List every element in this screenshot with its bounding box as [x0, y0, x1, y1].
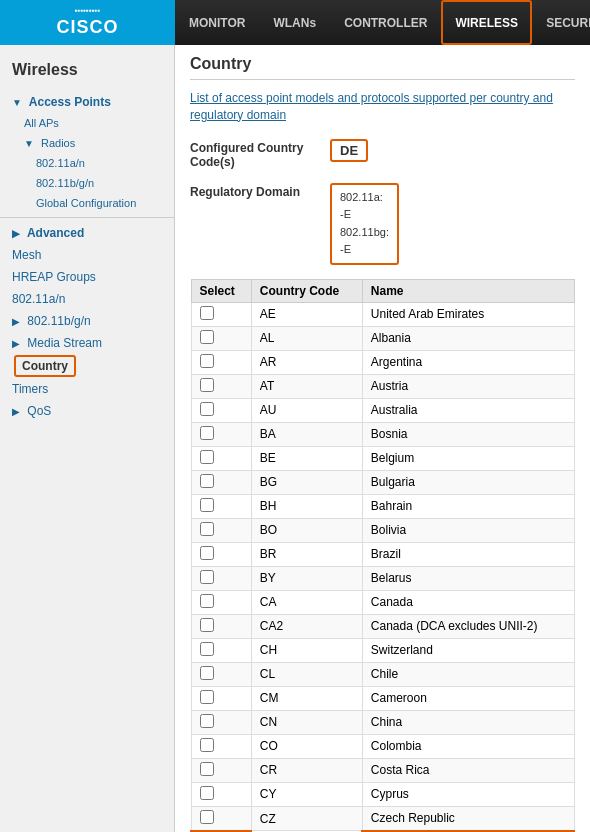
checkbox-cell — [191, 782, 251, 806]
country-name-cell: Belarus — [362, 566, 574, 590]
cisco-logo-area: ▪▪▪▪▪▪▪▪▪ CISCO — [0, 0, 175, 45]
country-name-cell: Australia — [362, 398, 574, 422]
sidebar-item-all-aps[interactable]: All APs — [0, 113, 174, 133]
country-checkbox[interactable] — [200, 642, 214, 656]
table-row: ARArgentina — [191, 350, 574, 374]
country-checkbox[interactable] — [200, 594, 214, 608]
sidebar-item-80211an[interactable]: 802.11a/n — [0, 153, 174, 173]
sidebar-item-mesh[interactable]: Mesh — [0, 244, 174, 266]
checkbox-cell — [191, 374, 251, 398]
checkbox-cell — [191, 350, 251, 374]
country-name-cell: Cameroon — [362, 686, 574, 710]
checkbox-cell — [191, 542, 251, 566]
sidebar-item-media-stream[interactable]: ▶ Media Stream — [0, 332, 174, 354]
chevron-right-icon: ▶ — [12, 228, 20, 239]
country-code-badge: DE — [330, 139, 368, 162]
country-name-cell: Albania — [362, 326, 574, 350]
country-checkbox[interactable] — [200, 762, 214, 776]
sidebar-title: Wireless — [0, 53, 174, 91]
checkbox-cell — [191, 566, 251, 590]
checkbox-cell — [191, 446, 251, 470]
nav-wireless[interactable]: WIRELESS — [441, 0, 532, 45]
info-link[interactable]: List of access point models and protocol… — [190, 90, 575, 124]
country-checkbox[interactable] — [200, 426, 214, 440]
sidebar-item-global-config[interactable]: Global Configuration — [0, 193, 174, 213]
checkbox-cell — [191, 326, 251, 350]
checkbox-cell — [191, 518, 251, 542]
sidebar-item-access-points[interactable]: ▼ Access Points — [0, 91, 174, 113]
country-checkbox[interactable] — [200, 738, 214, 752]
country-code-cell: BG — [251, 470, 362, 494]
sidebar-divider — [0, 217, 174, 218]
nav-links: MONITOR WLANs CONTROLLER WIRELESS SECURI… — [175, 0, 590, 45]
top-navigation: ▪▪▪▪▪▪▪▪▪ CISCO MONITOR WLANs CONTROLLER… — [0, 0, 590, 45]
country-checkbox[interactable] — [200, 786, 214, 800]
country-checkbox[interactable] — [200, 330, 214, 344]
country-checkbox[interactable] — [200, 354, 214, 368]
checkbox-cell — [191, 638, 251, 662]
checkbox-cell — [191, 734, 251, 758]
country-name-cell: United Arab Emirates — [362, 302, 574, 326]
sidebar-item-radios[interactable]: ▼ Radios — [0, 133, 174, 153]
country-code-cell: CL — [251, 662, 362, 686]
sidebar-item-hreap[interactable]: HREAP Groups — [0, 266, 174, 288]
country-checkbox[interactable] — [200, 522, 214, 536]
country-code-cell: BA — [251, 422, 362, 446]
country-name-cell: Bulgaria — [362, 470, 574, 494]
checkbox-cell — [191, 470, 251, 494]
country-code-cell: CM — [251, 686, 362, 710]
nav-wlans[interactable]: WLANs — [259, 0, 330, 45]
country-table: Select Country Code Name AEUnited Arab E… — [190, 279, 575, 832]
table-row: AUAustralia — [191, 398, 574, 422]
country-checkbox[interactable] — [200, 306, 214, 320]
nav-security[interactable]: SECURITY — [532, 0, 590, 45]
checkbox-cell — [191, 422, 251, 446]
checkbox-cell — [191, 806, 251, 831]
country-checkbox[interactable] — [200, 690, 214, 704]
chevron-down-icon: ▼ — [12, 97, 22, 108]
country-checkbox[interactable] — [200, 570, 214, 584]
country-checkbox[interactable] — [200, 714, 214, 728]
checkbox-cell — [191, 302, 251, 326]
sidebar-item-qos[interactable]: ▶ QoS — [0, 400, 174, 422]
country-checkbox[interactable] — [200, 474, 214, 488]
checkbox-cell — [191, 614, 251, 638]
sidebar-item-country[interactable]: Country — [14, 355, 76, 377]
country-name-cell: Bahrain — [362, 494, 574, 518]
sidebar-item-timers[interactable]: Timers — [0, 378, 174, 400]
country-name-cell: Belgium — [362, 446, 574, 470]
sidebar-item-80211bgn[interactable]: 802.11b/g/n — [0, 173, 174, 193]
country-checkbox[interactable] — [200, 810, 214, 824]
country-code-cell: AL — [251, 326, 362, 350]
table-row: CZCzech Republic — [191, 806, 574, 831]
nav-controller[interactable]: CONTROLLER — [330, 0, 441, 45]
country-checkbox[interactable] — [200, 498, 214, 512]
country-checkbox[interactable] — [200, 546, 214, 560]
cisco-logo-text: CISCO — [56, 17, 118, 38]
country-name-cell: Canada (DCA excludes UNII-2) — [362, 614, 574, 638]
country-checkbox[interactable] — [200, 450, 214, 464]
country-checkbox[interactable] — [200, 402, 214, 416]
table-row: CNChina — [191, 710, 574, 734]
country-code-cell: AR — [251, 350, 362, 374]
country-name-cell: Cyprus — [362, 782, 574, 806]
table-row: CA2Canada (DCA excludes UNII-2) — [191, 614, 574, 638]
country-code-cell: CH — [251, 638, 362, 662]
country-checkbox[interactable] — [200, 666, 214, 680]
sidebar-item-80211bgn2[interactable]: ▶ 802.11b/g/n — [0, 310, 174, 332]
configured-country-value: DE — [330, 139, 575, 162]
country-checkbox[interactable] — [200, 378, 214, 392]
col-name: Name — [362, 279, 574, 302]
sidebar-item-advanced[interactable]: ▶ Advanced — [0, 222, 174, 244]
country-checkbox[interactable] — [200, 618, 214, 632]
country-name-cell: Bolivia — [362, 518, 574, 542]
checkbox-cell — [191, 758, 251, 782]
table-row: BHBahrain — [191, 494, 574, 518]
table-row: BGBulgaria — [191, 470, 574, 494]
configured-country-label: Configured Country Code(s) — [190, 139, 330, 169]
nav-monitor[interactable]: MONITOR — [175, 0, 259, 45]
table-row: CMCameroon — [191, 686, 574, 710]
sidebar-item-80211an2[interactable]: 802.11a/n — [0, 288, 174, 310]
checkbox-cell — [191, 590, 251, 614]
country-name-cell: China — [362, 710, 574, 734]
